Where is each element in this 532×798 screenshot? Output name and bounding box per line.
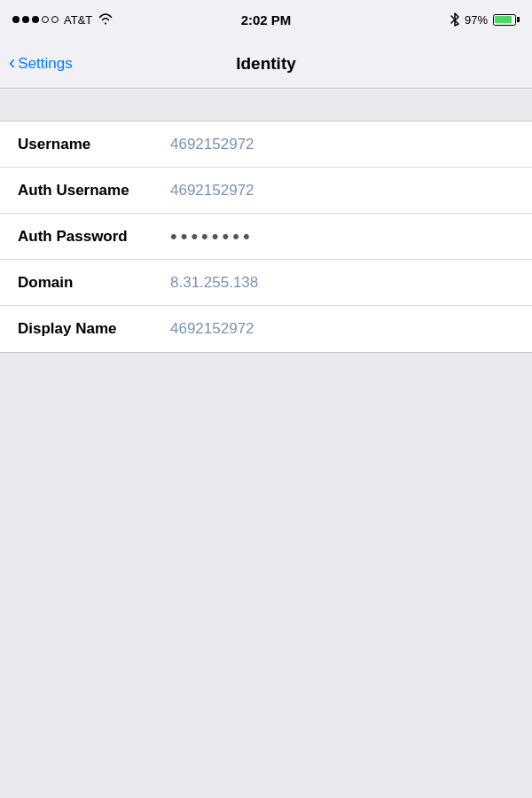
auth-password-value: ••••••••	[170, 227, 254, 246]
auth-username-label: Auth Username	[18, 182, 160, 200]
back-chevron-icon: ‹	[9, 53, 15, 73]
username-row[interactable]: Username 4692152972	[0, 121, 532, 168]
status-left: AT&T	[12, 13, 119, 27]
nav-bar: ‹ Settings Identity	[0, 39, 532, 89]
username-label: Username	[18, 136, 160, 153]
signal-dot-4	[42, 16, 49, 23]
top-section-spacer	[0, 89, 532, 121]
settings-table: Username 4692152972 Auth Username 469215…	[0, 121, 532, 353]
battery-tip	[517, 17, 520, 22]
status-bar: AT&T 2:02 PM 97%	[0, 0, 532, 39]
battery-percent: 97%	[465, 13, 488, 27]
display-name-row[interactable]: Display Name 4692152972	[0, 306, 532, 352]
battery-fill	[495, 16, 512, 23]
status-right: 97%	[413, 12, 520, 27]
username-value: 4692152972	[170, 136, 254, 153]
domain-value: 8.31.255.138	[170, 274, 258, 292]
domain-label: Domain	[18, 274, 160, 292]
signal-dots	[12, 16, 59, 23]
auth-password-row[interactable]: Auth Password ••••••••	[0, 214, 532, 260]
bottom-spacer	[0, 353, 532, 798]
auth-password-label: Auth Password	[18, 228, 160, 246]
signal-dot-1	[12, 16, 20, 23]
display-name-label: Display Name	[18, 320, 160, 338]
carrier-label: AT&T	[64, 13, 92, 27]
battery-body	[493, 14, 516, 26]
display-name-value: 4692152972	[170, 320, 254, 338]
status-time: 2:02 PM	[241, 12, 292, 27]
battery-icon	[493, 14, 520, 26]
signal-dot-3	[32, 16, 39, 23]
back-button[interactable]: ‹ Settings	[9, 54, 73, 73]
page-title: Identity	[236, 54, 296, 74]
signal-dot-2	[22, 16, 29, 23]
bluetooth-icon	[450, 12, 459, 27]
auth-username-row[interactable]: Auth Username 4692152972	[0, 168, 532, 214]
wifi-icon	[98, 13, 113, 26]
back-label: Settings	[18, 55, 72, 73]
auth-username-value: 4692152972	[170, 182, 254, 200]
domain-row[interactable]: Domain 8.31.255.138	[0, 260, 532, 306]
signal-dot-5	[51, 16, 59, 23]
